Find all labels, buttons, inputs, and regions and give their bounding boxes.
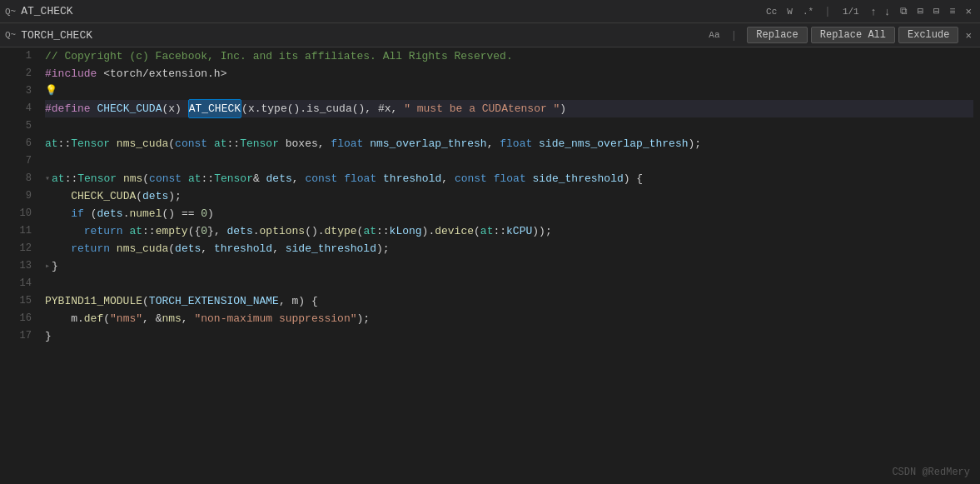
code-line-7 (45, 152, 973, 170)
search-bar-container: Q~ Cc W .* | 1/1 ↑ ↓ ⧉ ⊟ ⊟ ≡ × Q~ Aa | (0, 0, 980, 47)
whole-word-btn[interactable]: W (783, 5, 797, 18)
line10-rest: () == (162, 205, 201, 222)
filter1-btn[interactable]: ⊟ (914, 3, 927, 19)
line11-ns: at (129, 222, 142, 240)
ln-1: 1 (0, 47, 32, 65)
code-line-1: // Copyright (c) Facebook, Inc. and its … (45, 47, 973, 65)
line10-end: ) (207, 205, 214, 222)
replace-btn[interactable]: Replace (747, 27, 807, 43)
line12-end: ); (376, 240, 390, 257)
line11-indent (45, 222, 84, 240)
next-match-btn[interactable]: ↓ (881, 3, 893, 19)
find-icon: Q~ (5, 7, 16, 17)
line11-return: return (84, 222, 123, 240)
line8-float2: float (494, 170, 526, 187)
line6-sp2 (207, 135, 214, 152)
code-line-8: ▾at::Tensor nms(const at::Tensor& dets, … (45, 170, 973, 187)
ln-7: 7 (0, 152, 32, 170)
line10-dets: dets (97, 205, 122, 222)
line11-klong: kLong (390, 222, 422, 240)
filter2-btn[interactable]: ⊟ (930, 3, 943, 19)
line9-end: ); (168, 187, 182, 205)
line11-col2: :: (376, 222, 390, 240)
line16-def: def (84, 310, 103, 327)
editor-area: 1 2 3 4 5 6 7 8 9 10 11 12 13 14 15 16 1… (0, 47, 980, 484)
action-buttons: Replace Replace All Exclude (747, 27, 958, 43)
line4-paren: (x) (162, 100, 187, 117)
line4-at-check-match: AT_CHECK (188, 99, 241, 118)
match-count: 1/1 (843, 7, 859, 17)
toggle-view-btn[interactable]: ⧉ (897, 4, 911, 19)
line16-indent: m. (45, 310, 84, 327)
close-replace-btn[interactable]: × (962, 27, 975, 43)
line11-at2: at (480, 222, 494, 240)
case-sensitive-btn[interactable]: Cc (762, 5, 781, 18)
ln-10: 10 (0, 205, 32, 222)
line11-p1: (). (305, 222, 324, 240)
line8-const1: const (149, 170, 182, 187)
line12-sp (110, 240, 117, 257)
line8-sp2 (182, 170, 188, 187)
line12-c1: , (201, 240, 214, 257)
line8-p1: ( (142, 170, 149, 187)
ln-2: 2 (0, 65, 32, 82)
line6-tensor1: Tensor (71, 135, 110, 152)
code-line-4: #define CHECK_CUDA(x) AT_CHECK(x.type().… (45, 100, 973, 117)
line13-brace: } (52, 257, 58, 275)
regex-btn[interactable]: .* (798, 5, 818, 18)
line16-end: ); (357, 310, 371, 327)
line9-fn: CHECK_CUDA (71, 187, 136, 205)
filter3-btn[interactable]: ≡ (946, 4, 958, 19)
code-line-15: PYBIND11_MODULE(TORCH_EXTENSION_NAME, m)… (45, 292, 973, 310)
prev-match-btn[interactable]: ↑ (868, 3, 880, 19)
code-editor[interactable]: // Copyright (c) Facebook, Inc. and its … (40, 47, 973, 484)
line8-c2: , (441, 170, 455, 187)
line1-comment: // Copyright (c) Facebook, Inc. and its … (45, 47, 513, 65)
code-line-2: #include <torch/extension.h> (45, 65, 973, 82)
exclude-btn[interactable]: Exclude (898, 27, 958, 43)
find-input[interactable] (21, 5, 759, 17)
line11-kcpu: kCPU (506, 222, 532, 240)
line15-extname: TORCH_EXTENSION_NAME (149, 292, 279, 310)
line8-amp: & (253, 170, 266, 187)
line8-sidethresh: side_threshold (533, 170, 624, 187)
ln-16: 16 (0, 310, 32, 327)
ln-13: 13 (0, 257, 32, 275)
line12-indent (45, 240, 71, 257)
line12-fn: nms_cuda (117, 240, 168, 257)
nav-arrows: ↑ ↓ (868, 3, 893, 19)
line16-str2: "non-maximum suppression" (194, 310, 356, 327)
line8-col2: :: (201, 170, 215, 187)
line9-indent (45, 187, 71, 205)
replace-all-btn[interactable]: Replace All (811, 27, 895, 43)
line4-rest: (x.type().is_cuda(), #x, (241, 100, 404, 117)
lightbulb-icon: 💡 (45, 82, 57, 100)
scrollbar[interactable] (973, 47, 980, 484)
code-line-3: 💡 (45, 82, 973, 100)
line4-str: " must be a CUDAtensor " (404, 100, 560, 117)
line12-c2: , (272, 240, 286, 257)
line10-sp: ( (84, 205, 97, 222)
replace-case-btn[interactable]: Aa (704, 28, 724, 42)
line11-dtype: dtype (325, 222, 357, 240)
line9-dets: dets (142, 187, 168, 205)
close-find-btn[interactable]: × (962, 3, 975, 19)
line8-sp6 (526, 170, 533, 187)
line11-at: at (363, 222, 376, 240)
line8-fn: nms (123, 170, 142, 187)
replace-input[interactable] (21, 29, 701, 42)
ln-8: 8 (0, 170, 32, 187)
find-options: Cc W .* (762, 5, 818, 18)
line10-numel-fn: numel (129, 205, 162, 222)
line10-if: if (71, 205, 84, 222)
line16-str1: "nms" (110, 310, 142, 327)
line8-sp4 (376, 170, 383, 187)
line8-sp (117, 170, 123, 187)
fold-icon-8[interactable]: ▾ (45, 170, 50, 187)
find-row: Q~ Cc W .* | 1/1 ↑ ↓ ⧉ ⊟ ⊟ ≡ × (0, 0, 980, 23)
code-line-9: CHECK_CUDA(dets); (45, 187, 973, 205)
fold-icon-13[interactable]: ▸ (45, 257, 50, 275)
replace-icon: Q~ (5, 30, 16, 40)
line4-macro: CHECK_CUDA (97, 100, 162, 117)
line11-0: 0 (201, 222, 207, 240)
